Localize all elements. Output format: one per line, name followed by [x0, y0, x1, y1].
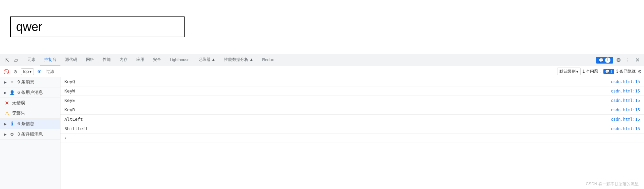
console-toolbar: 🚫 ⊘ top ▾ 👁 默认级别 ▾ 1 个问题： 💬 1 3 条已隐藏 ⚙	[0, 66, 644, 77]
tab-elements[interactable]: 元素	[23, 54, 40, 66]
sidebar-label-messages: 9 条消息	[17, 79, 56, 85]
sidebar-label-user-messages: 6 条用户消息	[17, 89, 56, 96]
close-icon[interactable]: ✕	[633, 56, 641, 64]
issues-button[interactable]: 1 个问题： 💬 1	[583, 69, 614, 74]
chat-icon: 💬	[599, 58, 604, 63]
filter-icon[interactable]: ⊘	[11, 68, 19, 76]
console-settings-icon[interactable]: ⚙	[638, 69, 642, 74]
top-area	[0, 0, 644, 54]
filter-input[interactable]	[45, 69, 556, 74]
log-source-4[interactable]: csdn.html:15	[611, 117, 640, 122]
log-source-0[interactable]: csdn.html:15	[611, 79, 640, 84]
dropdown-arrow-icon: ▾	[30, 69, 32, 74]
sidebar-label-errors: 无错误	[12, 100, 56, 106]
prompt-arrow-icon: ›	[64, 136, 67, 140]
user-icon: 👤	[9, 90, 15, 95]
level-selector[interactable]: 默认级别 ▾	[557, 68, 581, 75]
sidebar-label-warnings: 无警告	[12, 110, 56, 116]
expand-icon-4: ▶	[4, 133, 7, 136]
console-sidebar: ▶ ≡ 9 条消息 ▶ 👤 6 条用户消息 ✕ 无错误 ⚠ 无警告 ▶ ℹ 6 …	[0, 77, 60, 189]
log-entry-arrow: ›	[60, 134, 644, 143]
log-entry: KeyW csdn.html:15	[60, 86, 644, 96]
tab-recorder[interactable]: 记录器 ▲	[194, 54, 219, 66]
sidebar-item-verbose[interactable]: ▶ ⚙ 3 条详细消息	[0, 129, 60, 140]
tab-bar: ⇱ ▱ 元素 控制台 源代码 网络 性能 内存 应用 安全 Lighthouse…	[0, 54, 644, 66]
log-source-5[interactable]: csdn.html:15	[611, 126, 640, 131]
tab-lighthouse[interactable]: Lighthouse	[166, 54, 194, 66]
settings-icon[interactable]: ⚙	[614, 56, 623, 64]
devtools-panel: ⇱ ▱ 元素 控制台 源代码 网络 性能 内存 应用 安全 Lighthouse…	[0, 54, 644, 189]
chat-button[interactable]: 💬 1	[596, 57, 613, 64]
chat-small-icon: 💬	[605, 69, 610, 74]
tab-redux[interactable]: Redux	[258, 54, 278, 66]
eye-icon[interactable]: 👁	[35, 68, 43, 76]
warning-icon: ⚠	[4, 111, 9, 116]
hidden-count: 3 条已隐藏	[616, 69, 636, 74]
messages-icon: ≡	[9, 79, 15, 85]
log-source-3[interactable]: csdn.html:15	[611, 108, 640, 112]
issues-text: 1 个问题：	[583, 69, 602, 74]
log-text-4: AltLeft	[64, 117, 608, 122]
expand-icon-2: ▶	[4, 91, 7, 95]
log-text-3: KeyR	[64, 107, 608, 112]
error-icon: ✕	[4, 100, 9, 106]
clear-icon[interactable]: 🚫	[2, 68, 10, 76]
console-main: ▶ ≡ 9 条消息 ▶ 👤 6 条用户消息 ✕ 无错误 ⚠ 无警告 ▶ ℹ 6 …	[0, 77, 644, 189]
sidebar-item-user-messages[interactable]: ▶ 👤 6 条用户消息	[0, 87, 60, 98]
level-label: 默认级别	[559, 69, 576, 74]
log-text-5: ShiftLeft	[64, 126, 608, 131]
log-entry: KeyE csdn.html:15	[60, 96, 644, 105]
device-icon[interactable]: ▱	[12, 56, 20, 64]
log-text-2: KeyE	[64, 98, 608, 103]
watermark: CSDN @一颗不甘坠落的流星	[586, 181, 639, 187]
sidebar-item-info[interactable]: ▶ ℹ 6 条信息	[0, 119, 60, 129]
tab-network[interactable]: 网络	[82, 54, 98, 66]
level-arrow-icon: ▾	[576, 69, 578, 74]
issues-count: 1	[610, 70, 612, 74]
expand-icon-3: ▶	[4, 122, 7, 126]
expand-icon: ▶	[4, 80, 7, 84]
tab-bar-left-icons: ⇱ ▱	[3, 56, 20, 64]
log-source-1[interactable]: csdn.html:15	[611, 89, 640, 93]
info-icon: ℹ	[9, 121, 15, 126]
chat-badge: 1	[605, 58, 610, 63]
toolbar-right: 默认级别 ▾ 1 个问题： 💬 1 3 条已隐藏 ⚙	[557, 68, 642, 75]
cursor-icon[interactable]: ⇱	[3, 56, 11, 64]
main-input[interactable]	[10, 16, 185, 37]
log-entry: AltLeft csdn.html:15	[60, 115, 644, 124]
sidebar-label-verbose: 3 条详细消息	[17, 131, 56, 137]
top-selector[interactable]: top ▾	[21, 68, 34, 75]
top-label: top	[23, 69, 29, 74]
tab-performance-insights[interactable]: 性能数据分析 ▲	[220, 54, 257, 66]
verbose-icon: ⚙	[9, 131, 15, 137]
log-source-2[interactable]: csdn.html:15	[611, 98, 640, 103]
log-text-0: KeyQ	[64, 79, 608, 84]
tab-security[interactable]: 安全	[149, 54, 165, 66]
sidebar-item-messages[interactable]: ▶ ≡ 9 条消息	[0, 77, 60, 87]
issues-badge: 💬 1	[603, 69, 614, 74]
sidebar-item-errors[interactable]: ✕ 无错误	[0, 98, 60, 108]
log-text-1: KeyW	[64, 88, 608, 93]
sidebar-label-info: 6 条信息	[17, 121, 56, 127]
tab-sources[interactable]: 源代码	[61, 54, 81, 66]
more-icon[interactable]: ⋮	[624, 56, 632, 64]
tab-memory[interactable]: 内存	[115, 54, 132, 66]
log-entry: KeyR csdn.html:15	[60, 105, 644, 115]
log-entry: KeyQ csdn.html:15	[60, 77, 644, 86]
log-entry: ShiftLeft csdn.html:15	[60, 124, 644, 134]
tab-bar-right: 💬 1 ⚙ ⋮ ✕	[596, 56, 641, 64]
console-log-area: KeyQ csdn.html:15 KeyW csdn.html:15 KeyE…	[60, 77, 644, 189]
sidebar-item-warnings[interactable]: ⚠ 无警告	[0, 108, 60, 119]
tab-console[interactable]: 控制台	[40, 54, 60, 66]
tab-application[interactable]: 应用	[132, 54, 148, 66]
tab-performance[interactable]: 性能	[99, 54, 115, 66]
